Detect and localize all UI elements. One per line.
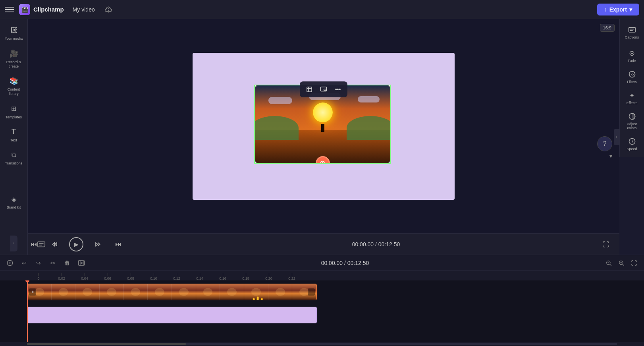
clipchamp-logo-icon: 🎬 [19, 4, 30, 15]
fast-forward-button[interactable] [91, 238, 104, 251]
sidebar-item-your-media[interactable]: 🖼 Your media [2, 22, 26, 44]
skip-forward-button[interactable]: ⏭ [112, 238, 125, 251]
crop-button[interactable] [304, 84, 315, 95]
sidebar-item-templates[interactable]: ⊞ Templates [2, 101, 26, 122]
topbar: 🎬 Clipchamp My video ↑ Export ▾ [0, 0, 644, 19]
sidebar-label-record-create: Record &create [6, 60, 21, 69]
zoom-in-button[interactable] [616, 258, 627, 268]
video-track: ⏸ ⏸ 🖐 [0, 280, 644, 303]
svg-point-16 [629, 72, 635, 77]
thumb-9 [220, 284, 244, 300]
add-to-timeline-button[interactable] [5, 258, 15, 268]
pip-button[interactable] [318, 84, 329, 95]
thumb-4 [100, 284, 124, 300]
add-media-button[interactable] [76, 258, 87, 268]
more-options-button[interactable]: ••• [332, 84, 343, 95]
sidebar-item-transitions[interactable]: ⧉ Transitions [2, 147, 26, 168]
audio-track [0, 303, 644, 327]
ruler-mark-4: 0:04 [73, 273, 96, 280]
boat [321, 124, 324, 132]
topbar-right: ↑ Export ▾ [597, 4, 639, 15]
cloud3 [358, 96, 380, 102]
help-button[interactable]: ? [597, 136, 612, 151]
cloud-save-icon[interactable] [104, 5, 113, 14]
timeline-toolbar: ↩ ↪ ✂ 🗑 00:00.00 / 00:12.50 [0, 255, 644, 271]
timeline-tracks[interactable]: ⏸ ⏸ 🖐 [0, 280, 644, 342]
cut-button[interactable]: ✂ [48, 258, 58, 268]
right-panel-collapse-button[interactable]: ‹ [614, 129, 619, 145]
captions-tool[interactable]: Captions [621, 22, 643, 43]
playhead[interactable] [27, 280, 28, 342]
ground-left [255, 116, 299, 140]
svg-line-25 [610, 264, 611, 265]
rewind-button[interactable] [48, 238, 61, 251]
hamburger-menu-button[interactable] [5, 5, 14, 14]
thumb-6 [148, 284, 172, 300]
main-area: 🖼 Your media 🎥 Record &create 📚 Contentl… [0, 19, 644, 255]
fullscreen-button[interactable] [600, 239, 611, 250]
sidebar-label-transitions: Transitions [5, 161, 23, 165]
thumb-8 [196, 284, 220, 300]
sidebar-item-content-library[interactable]: 📚 Contentlibrary [2, 73, 26, 99]
timeline-scrollbar[interactable] [0, 342, 644, 346]
adjust-colors-label: Adjustcolors [627, 122, 637, 130]
undo-button[interactable]: ↩ [19, 258, 29, 268]
transitions-icon: ⧉ [9, 150, 19, 160]
timeline-time-display: 00:00.00 / 00:12.50 [321, 260, 369, 266]
video-title[interactable]: My video [69, 5, 99, 14]
svg-rect-5 [324, 89, 326, 91]
export-icon: ↑ [604, 6, 607, 13]
speed-label: Speed [627, 147, 637, 151]
ruler-mark-22: 0:22 [280, 273, 303, 280]
thumb-11 [268, 284, 293, 300]
clip-floating-toolbar: ••• [300, 81, 347, 97]
clip-handle-right[interactable]: ⏸ [308, 288, 315, 296]
sidebar-label-your-media: Your media [5, 37, 23, 41]
fade-label: Fade [628, 59, 636, 63]
speed-tool[interactable]: Speed [621, 134, 643, 154]
resize-handle-top-right[interactable] [388, 85, 391, 87]
export-button[interactable]: ↑ Export ▾ [597, 4, 639, 15]
sidebar-item-record-create[interactable]: 🎥 Record &create [2, 46, 26, 72]
captions-toggle-button[interactable] [36, 239, 47, 250]
ruler-marks: 0 0:02 0:04 0:06 0:08 0:10 0:12 0:14 0:1… [27, 273, 303, 280]
sidebar-item-text[interactable]: T Text [2, 124, 26, 145]
sidebar-item-brand-kit[interactable]: ◈ Brand kit [2, 191, 26, 213]
delete-button[interactable]: 🗑 [62, 258, 72, 268]
sidebar-expand-button[interactable]: › [10, 236, 17, 251]
left-sidebar: 🖼 Your media 🎥 Record &create 📚 Contentl… [0, 19, 28, 255]
scrollbar-thumb[interactable] [27, 343, 186, 345]
filters-label: Filters [627, 80, 637, 84]
fit-to-window-button[interactable] [629, 258, 639, 268]
zoom-out-button[interactable] [604, 258, 614, 268]
ruler-mark-0: 0 [27, 273, 50, 280]
ruler-mark-6: 0:06 [96, 273, 119, 280]
svg-rect-1 [307, 87, 312, 92]
clip-handle-left[interactable]: ⏸ [29, 288, 36, 296]
ruler-mark-2: 0:02 [50, 273, 73, 280]
timeline-area: ↩ ↪ ✂ 🗑 00:00.00 / 00:12.50 [0, 255, 644, 346]
chevron-down-icon[interactable]: ▾ [609, 153, 612, 159]
ruler-mark-14: 0:14 [188, 273, 211, 280]
resize-handle-bottom-right[interactable] [388, 161, 391, 164]
more-icon: ••• [335, 86, 341, 93]
aspect-ratio-badge[interactable]: 16:9 [600, 24, 615, 32]
fade-tool[interactable]: ⊝ Fade [621, 46, 643, 66]
ground-right [347, 116, 390, 140]
export-chevron-icon: ▾ [629, 6, 632, 13]
audio-clip-timeline[interactable] [27, 307, 317, 323]
scrollbar-track [27, 343, 617, 345]
thumb-3 [75, 284, 100, 300]
play-button[interactable]: ▶ [69, 237, 83, 251]
logo-area: 🎬 Clipchamp [19, 4, 64, 15]
your-media-icon: 🖼 [9, 25, 19, 35]
ruler-mark-18: 0:18 [234, 273, 257, 280]
filters-tool[interactable]: Filters [621, 67, 643, 87]
effects-tool[interactable]: ✦ Effects [621, 88, 643, 108]
redo-button[interactable]: ↪ [33, 258, 44, 268]
text-icon: T [9, 127, 19, 137]
video-clip-timeline[interactable]: ⏸ ⏸ 🖐 [27, 284, 317, 300]
adjust-colors-tool[interactable]: Adjustcolors [621, 109, 643, 133]
timeline-ruler: 0 0:02 0:04 0:06 0:08 0:10 0:12 0:14 0:1… [0, 271, 644, 280]
playback-time-display: 00:00.00 / 00:12.50 [352, 241, 400, 247]
